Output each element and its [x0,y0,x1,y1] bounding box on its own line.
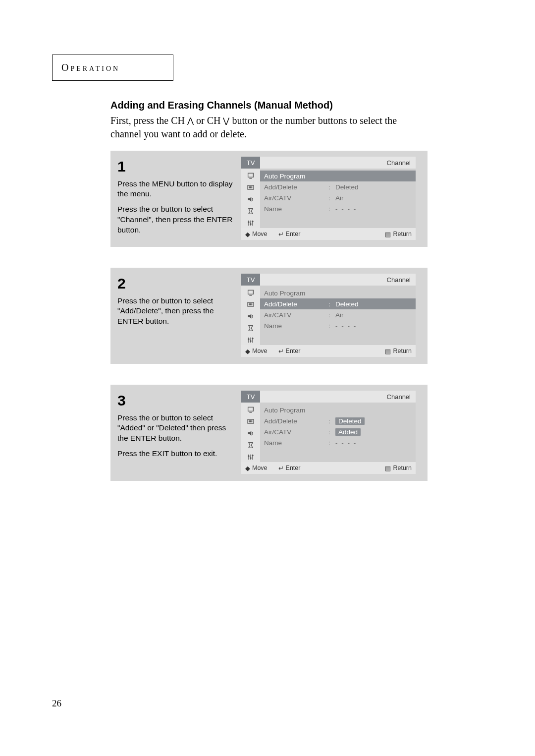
svg-point-10 [248,221,249,223]
tv-title: Channel [260,274,416,286]
step-3-line-2: Press the EXIT button to exit. [117,449,234,459]
menu-add-delete[interactable]: Add/Delete : Deleted [260,298,416,309]
svg-point-23 [248,338,249,340]
menu-air-catv[interactable]: Air/CATV : Air [260,309,416,320]
svg-rect-4 [250,186,251,188]
footer-enter: ↵Enter [278,348,301,355]
menu-name[interactable]: Name : - - - - [260,437,416,448]
menu-auto-program[interactable]: Auto Program [260,288,416,298]
svg-rect-29 [249,420,250,422]
tv-menu-rows: Auto Program Add/Delete : Deleted Air/CA… [260,286,416,345]
tv-picture-icon [245,288,257,297]
menu-add-delete[interactable]: Add/Delete : Deleted [260,181,416,192]
intro-part-a: First, press the CH [110,115,187,126]
move-arrows-icon: ◆ [245,231,250,238]
svg-rect-30 [250,420,251,422]
tv-header: TV Channel [241,274,416,286]
menu-label: Auto Program [264,290,328,297]
menu-label: Auto Program [264,173,328,180]
intro-part-b: or CH [194,115,223,126]
tv-setup-icon [245,440,257,450]
menu-name[interactable]: Name : - - - - [260,203,416,214]
step-1-line-2: Press the or button to select "Channel",… [117,204,234,235]
svg-rect-3 [249,186,250,188]
menu-label: Air/CATV [264,428,328,436]
tv-header: TV Channel [241,391,416,403]
svg-point-36 [248,455,249,457]
svg-point-11 [250,223,251,225]
tv-sliders-icon [245,452,257,462]
return-icon: ▤ [385,465,391,472]
svg-marker-32 [248,431,252,435]
menu-blank [260,331,416,342]
section-label: Operation [61,62,120,73]
menu-value: - - - - [335,205,416,213]
svg-point-38 [252,455,253,456]
step-1-number: 1 [117,157,234,177]
menu-value: Deleted [335,300,416,308]
menu-auto-program[interactable]: Auto Program [260,405,416,415]
menu-label: Air/CATV [264,194,328,202]
tv-input-icon [245,299,257,309]
footer-move: ◆Move [245,231,268,238]
svg-point-12 [252,221,253,222]
enter-icon: ↵ [278,465,284,472]
menu-value: Deleted [335,183,416,191]
svg-rect-5 [251,186,252,188]
menu-name[interactable]: Name : - - - - [260,320,416,331]
step-2: 2 Press the or button to select "Add/Del… [110,268,428,364]
menu-value: Added [335,428,416,436]
step-1: 1 Press the MENU button to display the m… [110,151,428,247]
svg-point-24 [250,340,251,342]
menu-value: Air [335,311,416,319]
svg-point-37 [250,457,251,459]
tv-input-icon [245,416,257,426]
menu-label: Name [264,322,328,330]
tv-sliders-icon [245,218,257,228]
svg-rect-13 [248,290,254,294]
value-added-chip[interactable]: Added [335,428,361,436]
menu-label: Add/Delete [264,417,328,425]
tv-panel-1: TV Channel Auto Program Add/Delete [241,157,416,240]
step-2-text: 2 Press the or button to select "Add/Del… [117,274,234,327]
move-arrows-icon: ◆ [245,465,250,472]
menu-air-catv[interactable]: Air/CATV : Added [260,426,416,437]
menu-air-catv[interactable]: Air/CATV : Air [260,192,416,203]
menu-label: Name [264,205,328,213]
tv-panel-3: TV Channel Auto Program Add/Delete [241,391,416,474]
svg-marker-19 [248,314,252,318]
svg-marker-6 [248,197,252,201]
tv-header: TV Channel [241,157,416,169]
tv-title: Channel [260,157,416,169]
tv-input-icon [245,182,257,192]
menu-add-delete[interactable]: Add/Delete : Deleted [260,415,416,426]
menu-value: Air [335,194,416,202]
chevron-down-icon: ⋁ [223,116,229,125]
value-deleted-chip[interactable]: Deleted [335,417,365,425]
tv-tab: TV [241,274,260,286]
menu-label: Add/Delete [264,300,328,308]
step-1-text: 1 Press the MENU button to display the m… [117,157,234,235]
tv-tab: TV [241,157,260,169]
step-2-line-1: Press the or button to select "Add/Delet… [117,296,234,327]
step-2-number: 2 [117,274,234,294]
menu-value: - - - - [335,439,416,447]
tv-picture-icon [245,405,257,414]
tv-menu-rows: Auto Program Add/Delete : Deleted Air/CA… [260,403,416,462]
menu-value: - - - - [335,322,416,330]
menu-blank [260,448,416,459]
tv-setup-icon [245,206,257,216]
tv-panel-2: TV Channel Auto Program Add/Delete [241,274,416,357]
svg-rect-26 [248,407,254,411]
tv-sound-icon [245,311,257,321]
tv-sliders-icon [245,335,257,345]
footer-enter: ↵Enter [278,465,301,472]
footer-move: ◆Move [245,465,268,472]
menu-blank [260,214,416,225]
svg-rect-18 [251,303,252,305]
menu-auto-program[interactable]: Auto Program [260,171,416,181]
intro-text: First, press the CH ⋀ or CH ⋁ button or … [110,114,418,141]
tv-footer: ◆Move ↵Enter ▤Return [241,462,416,474]
menu-label: Auto Program [264,407,328,414]
footer-move: ◆Move [245,348,268,355]
